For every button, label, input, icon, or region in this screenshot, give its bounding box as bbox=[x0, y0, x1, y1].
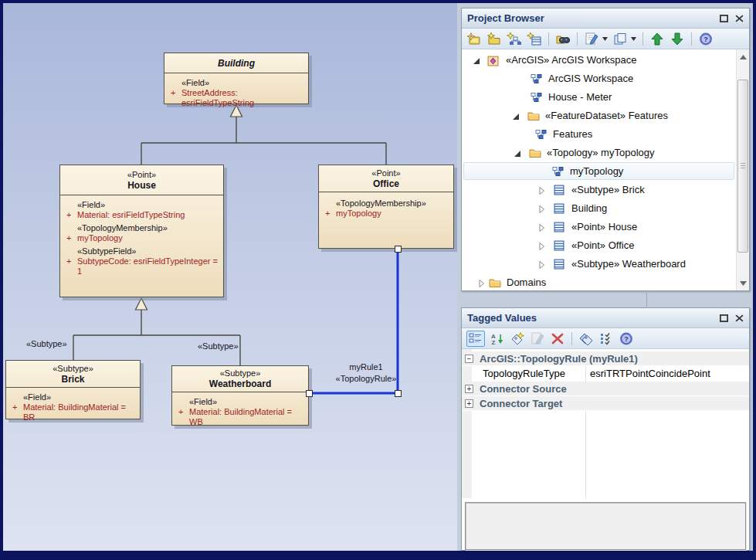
folder-icon bbox=[527, 110, 540, 124]
move-down-icon[interactable] bbox=[670, 32, 685, 46]
new-model-icon[interactable] bbox=[466, 32, 482, 46]
connector-handle-end[interactable] bbox=[395, 246, 402, 253]
dock-area: Project Browser bbox=[457, 3, 753, 551]
delete-tag-icon[interactable] bbox=[550, 332, 565, 345]
diagram-canvas[interactable]: Building «Field» +StreetAddress: esriFie… bbox=[3, 3, 457, 551]
tag-name: TopologyRuleType bbox=[483, 368, 565, 379]
assign-tags-icon[interactable] bbox=[578, 332, 594, 345]
attribute-stereotype: «Field» bbox=[189, 397, 305, 407]
expand-icon[interactable]: + bbox=[465, 399, 473, 408]
expand-icon[interactable]: + bbox=[465, 385, 473, 393]
expander-open-icon[interactable] bbox=[513, 148, 522, 161]
expander-closed-icon[interactable] bbox=[537, 203, 546, 217]
tag-group-connector-source[interactable]: + Connector Source bbox=[462, 382, 749, 396]
tree-item-subtype-brick[interactable]: «Subtype» Brick bbox=[462, 181, 736, 199]
scrollbar-thumb[interactable] bbox=[737, 80, 748, 253]
diagram-icon bbox=[531, 73, 542, 87]
find-in-browser-icon[interactable] bbox=[555, 32, 571, 46]
attribute-line: +Material: BuildingMaterial = WB bbox=[177, 407, 305, 427]
toolbar-separator bbox=[577, 32, 578, 46]
tag-group-label: Connector Source bbox=[480, 383, 567, 395]
attribute-line: +SubtypeCode: esriFieldTypeInteger = 1 bbox=[65, 256, 220, 277]
maximize-icon[interactable] bbox=[720, 15, 728, 22]
move-up-icon[interactable] bbox=[649, 32, 665, 46]
tree-item-arcgis-workspace-diagram[interactable]: ArcGIS Workspace bbox=[462, 70, 736, 88]
class-stereotype: «Point» bbox=[127, 170, 156, 180]
maximize-icon[interactable] bbox=[720, 314, 728, 322]
attribute-stereotype: «TopologyMembership» bbox=[336, 199, 450, 209]
dock-splitter[interactable] bbox=[646, 293, 647, 307]
vertical-scrollbar[interactable] bbox=[736, 49, 749, 290]
expander-closed-icon[interactable] bbox=[537, 240, 546, 254]
collapse-icon[interactable]: − bbox=[465, 355, 473, 363]
list-view-icon[interactable] bbox=[612, 32, 628, 46]
edit-icon[interactable] bbox=[584, 32, 599, 46]
tag-notes-area[interactable] bbox=[465, 502, 746, 550]
new-tag-icon[interactable] bbox=[510, 332, 525, 345]
tag-group-connector-target[interactable]: + Connector Target bbox=[462, 396, 749, 411]
panel-title: Tagged Values bbox=[467, 312, 713, 324]
expander-open-icon[interactable] bbox=[511, 110, 520, 124]
class-icon bbox=[554, 203, 564, 217]
attribute-stereotype: «Field» bbox=[181, 78, 305, 88]
project-browser-tree[interactable]: «ArcGIS» ArcGIS Workspace ArcGIS Workspa… bbox=[462, 49, 749, 290]
tagged-value-row[interactable]: TopologyRuleType esriTRTPointCoincidePoi… bbox=[462, 366, 749, 381]
tree-item-domains[interactable]: Domains bbox=[462, 273, 736, 290]
project-browser-titlebar[interactable]: Project Browser bbox=[462, 8, 749, 29]
chevron-down-icon[interactable] bbox=[602, 37, 608, 41]
tree-item-features-diagram[interactable]: Features bbox=[462, 125, 736, 144]
tag-value[interactable]: esriTRTPointCoincidePoint bbox=[590, 368, 710, 379]
tagged-values-toolbar: AZ ? bbox=[462, 328, 749, 349]
tagged-values-grid[interactable]: TopologyRuleType esriTRTPointCoincidePoi… bbox=[462, 349, 749, 498]
tag-group-topologyrule[interactable]: − ArcGIS::TopologyRule (myRule1) bbox=[462, 351, 749, 366]
tree-item-featuredataset-features[interactable]: «FeatureDataset» Features bbox=[462, 107, 736, 125]
tree-item-building[interactable]: Building bbox=[462, 199, 736, 218]
new-package-icon[interactable] bbox=[486, 32, 502, 46]
attribute-line: +myTopology bbox=[65, 233, 220, 243]
edge-label-subtype-left: «Subtype» bbox=[26, 339, 67, 348]
new-diagram-icon[interactable] bbox=[507, 32, 522, 46]
generalization-tree-house[interactable] bbox=[73, 310, 240, 365]
tree-item-arcgis-workspace-package[interactable]: «ArcGIS» ArcGIS Workspace bbox=[462, 51, 736, 70]
scroll-up-icon[interactable] bbox=[738, 51, 748, 63]
generalization-tree-building[interactable] bbox=[141, 117, 386, 165]
expander-closed-icon[interactable] bbox=[476, 277, 486, 290]
svg-text:Z: Z bbox=[492, 339, 496, 345]
tree-item-point-office[interactable]: «Point» Office bbox=[462, 236, 736, 255]
edit-tag-icon[interactable] bbox=[530, 332, 545, 345]
class-office[interactable]: «Point» Office «TopologyMembership» +myT… bbox=[318, 165, 454, 249]
expander-closed-icon[interactable] bbox=[537, 222, 546, 236]
expander-closed-icon[interactable] bbox=[537, 185, 546, 199]
help-icon[interactable]: ? bbox=[698, 32, 714, 46]
tagged-values-titlebar[interactable]: Tagged Values bbox=[462, 308, 749, 328]
class-house[interactable]: «Point» House «Field» +Material: esriFie… bbox=[59, 165, 224, 297]
tree-view-icon[interactable] bbox=[466, 331, 485, 347]
class-icon bbox=[554, 240, 564, 254]
tree-item-mytopology-diagram[interactable]: myTopology bbox=[462, 162, 736, 181]
help-icon[interactable]: ? bbox=[619, 332, 634, 345]
expander-closed-icon[interactable] bbox=[537, 259, 546, 273]
close-icon[interactable] bbox=[735, 314, 744, 322]
scroll-down-icon[interactable] bbox=[738, 277, 748, 289]
tag-group-label: Connector Target bbox=[480, 398, 562, 409]
expander-open-icon[interactable] bbox=[472, 55, 481, 69]
close-icon[interactable] bbox=[735, 15, 744, 22]
toolbar-separator bbox=[691, 32, 692, 46]
connector-handle-corner[interactable] bbox=[395, 390, 402, 397]
connector-handle-start[interactable] bbox=[306, 390, 313, 397]
attribute-stereotype: «Field» bbox=[77, 200, 220, 210]
checked-items-icon[interactable] bbox=[598, 332, 614, 345]
new-element-icon[interactable] bbox=[527, 32, 542, 46]
tree-item-point-house[interactable]: «Point» House bbox=[462, 218, 736, 236]
tree-item-topology-mytopology[interactable]: «Topology» myTopology bbox=[462, 144, 736, 162]
class-brick[interactable]: «Subtype» Brick «Field» +Material: Build… bbox=[5, 360, 141, 419]
class-building[interactable]: Building «Field» +StreetAddress: esriFie… bbox=[164, 53, 309, 104]
tree-item-house-meter-diagram[interactable]: House - Meter bbox=[462, 88, 736, 107]
chevron-down-icon[interactable] bbox=[631, 37, 636, 41]
class-weatherboard[interactable]: «Subtype» Weatherboard «Field» +Material… bbox=[171, 365, 309, 426]
folder-icon bbox=[489, 277, 501, 290]
sort-alpha-icon[interactable]: AZ bbox=[490, 332, 505, 345]
attribute-stereotype: «SubtypeField» bbox=[77, 246, 220, 256]
tree-item-subtype-weatherboard[interactable]: «Subtype» Weatherboard bbox=[462, 255, 736, 273]
attribute-stereotype: «Field» bbox=[23, 392, 137, 402]
